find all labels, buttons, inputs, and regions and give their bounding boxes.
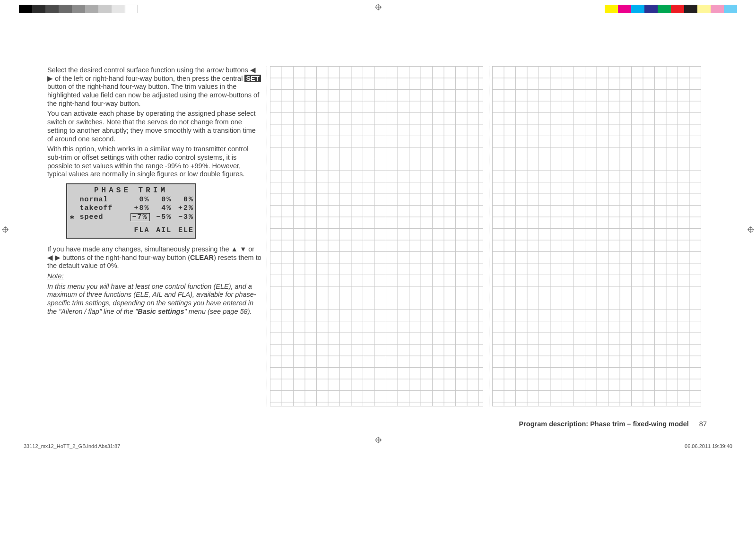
lcd-footer-row: FLA AIL ELE [67,222,195,235]
clear-label: CLEAR [190,254,214,261]
lcd-panel: PHASE TRIM normal 0% 0% 0% takeoff +8% 4… [66,183,196,239]
text-column: Select the desired control surface funct… [47,66,267,406]
note-grid [270,66,490,406]
registration-mark-icon [375,4,382,10]
page-body: Select the desired control surface funct… [47,66,707,428]
paragraph: Select the desired control surface funct… [47,66,262,108]
registration-mark-icon [2,226,9,233]
note-heading: Note: [47,272,262,281]
page-number: 87 [699,420,707,428]
color-bar-left [19,5,138,13]
set-button-label: SET [244,75,261,82]
slug-timestamp: 06.06.2011 19:39:40 [685,443,732,449]
slug-file: 33112_mx12_HoTT_2_GB.indd Abs31:87 [24,443,120,449]
registration-mark-icon [375,437,382,443]
note-grid [492,66,707,406]
slug-line: 33112_mx12_HoTT_2_GB.indd Abs31:87 06.06… [24,443,732,449]
color-bar-right [605,5,737,13]
note-body: In this menu you will have at least one … [47,283,262,316]
lcd-row: takeoff +8% 4% +2% [67,204,195,213]
registration-mark-icon [747,226,754,233]
paragraph: With this option, which works in a simil… [47,145,262,179]
lcd-title: PHASE TRIM [67,186,195,195]
footer-label: Program description: Phase trim – fixed-… [519,420,688,428]
paragraph: You can activate each phase by operating… [47,110,262,143]
lcd-table: normal 0% 0% 0% takeoff +8% 4% +2% ✱ [67,196,195,235]
lcd-selected-value: −7% [130,213,150,222]
lcd-row-selected: ✱ speed −7% −5% −3% [67,213,195,222]
paragraph: If you have made any changes, simultaneo… [47,245,262,270]
lcd-row: normal 0% 0% 0% [67,196,195,204]
arrow-up-down-icon: ▲ ▼ [231,245,247,253]
page-footer: Program description: Phase trim – fixed-… [519,420,707,428]
arrow-left-right-icon: ◀ ▶ [47,254,61,261]
